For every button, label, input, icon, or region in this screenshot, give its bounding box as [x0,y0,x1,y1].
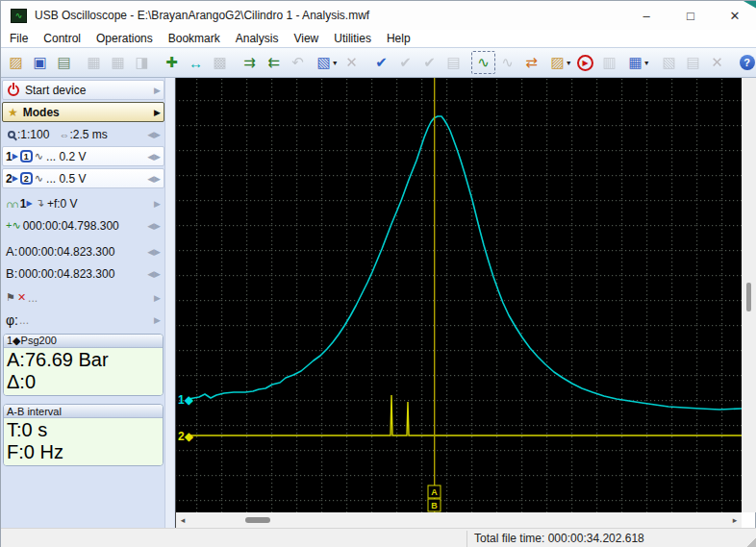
scroll-right-arrow[interactable]: ▸ [728,515,742,525]
row-arrow-icon[interactable]: ▶ [154,108,161,117]
dropdown-arrow-icon[interactable]: ▼ [566,60,572,66]
report-notes-button: ▤ [441,51,466,74]
menu-utilities[interactable]: Utilities [326,32,379,45]
phase-label: φ: [6,312,18,328]
vertical-scrollbar[interactable] [742,78,756,512]
sidebar-scroll-strip[interactable] [164,78,174,528]
scroll-left-arrow[interactable]: ◂ [176,515,189,525]
timebase-icon: ⇔ [59,129,69,140]
channel2-marker[interactable]: 2◆ [178,430,194,443]
trigger-row[interactable]: ∩∩ 1 ▶ ↴ +f:0 V ▶ [2,193,164,213]
cursor-b-row[interactable]: B: 000:00:04.823.300 ◀▶ [2,263,164,284]
phase-value[interactable]: ... [19,313,29,327]
open-file-button[interactable]: ▨ [4,51,28,74]
row-arrows-lr-icon[interactable]: ◀▶ [147,269,161,279]
row-arrows-lr-icon[interactable]: ◀▶ [147,152,161,162]
ch2-play-icon: ▶ [13,174,18,183]
ab-interval-freq: F:0 Hz [7,441,160,463]
row-arrows-lr-icon[interactable]: ◀▶ [147,130,161,139]
help-button[interactable]: ? [735,51,756,74]
ch2-range-value[interactable]: ... 0.5 V [46,172,86,186]
fit-cursors-button[interactable]: ⇄ [519,51,543,74]
menu-bookmark[interactable]: Bookmark [161,32,228,45]
record-time-row[interactable]: +∿ 000:00:04.798.300 ◀▶ [2,215,164,236]
flag-icon: ⚑ [6,291,15,304]
view-mode-button[interactable]: ▧▼ [315,51,340,74]
channel1-row[interactable]: 1 ▶ 1 ∿ ... 0.2 V ◀▶ [2,146,164,166]
time-cursor-line[interactable] [434,78,435,512]
maximize-button[interactable]: □ [668,1,713,30]
fit-horizontal-button[interactable]: ↔ [184,51,208,74]
shrink-signals-button[interactable]: ⇇ [262,51,286,74]
zoom-ratio-value[interactable]: :1:100 [17,128,49,141]
cursor-a-value[interactable]: 000:00:04.823.300 [18,245,114,259]
panel-header[interactable]: 1◆Psg200 [4,335,163,348]
row-arrow-icon[interactable]: ▶ [154,86,161,95]
open-extra-icon: ▨ [550,54,564,71]
row-arrows-lr-icon[interactable]: ◀▶ [147,221,161,231]
start-record-button[interactable]: ▶ [573,51,597,74]
menu-analysis[interactable]: Analysis [228,32,287,45]
dropdown-arrow-icon[interactable]: ▼ [643,60,650,66]
close-button[interactable]: ✕ [713,1,756,30]
cursor-b-flag[interactable]: B [428,499,441,511]
vertical-scrollbar-thumb[interactable] [746,283,751,311]
waveform-plot[interactable]: 1◆ 2◆ A B [176,78,742,512]
modes-row[interactable]: ★ Modes ▶ [2,102,164,122]
power-icon [8,85,19,96]
ch1-range-value[interactable]: ... 0.2 V [46,150,86,163]
cursor-a-row[interactable]: A: 000:00:04.823.300 ◀▶ [2,241,164,261]
horizontal-scrollbar-thumb[interactable] [245,517,270,523]
chart-select-button[interactable]: ∿ [471,51,495,74]
print-button[interactable]: ▤ [52,51,76,74]
ab-interval-time: T:0 s [7,419,160,441]
zoom-timebase-row[interactable]: :1:100 ⇔ :2.5 ms ◀▶ [2,124,164,144]
apply-check-button[interactable]: ✔ [369,51,393,74]
stretch-signals-button[interactable]: ⇉ [238,51,262,74]
panel-header[interactable]: A-B interval [4,405,163,418]
minimize-button[interactable]: – [624,1,668,30]
menu-control[interactable]: Control [36,32,88,45]
start-device-row[interactable]: Start device ▶ [2,80,164,100]
marks-row[interactable]: ⚑ ✕ ... ▶ [2,287,164,308]
undo-button: ↶ [286,51,310,74]
record-time-value[interactable]: 000:00:04.798.300 [23,219,119,233]
marks-value[interactable]: ... [28,291,38,305]
window-title: USB Oscilloscope - E:\BrayanArangoG2\Cil… [35,9,369,22]
view-mode-icon: ▧ [316,54,330,71]
fit-cursors-icon: ⇄ [525,54,538,71]
probe-setup-button[interactable]: ✚ [160,51,184,74]
app-icon: ∿ [11,9,27,23]
play-icon: ▶ [582,59,588,67]
cursor-a-flag[interactable]: A [428,485,441,498]
help-icon: ? [740,55,755,70]
row-arrow-icon[interactable]: ▶ [154,293,161,303]
row-arrows-lr-icon[interactable]: ◀▶ [147,247,161,257]
open-file-icon: ▨ [9,54,22,71]
trigger-level-value[interactable]: +f:0 V [47,197,78,211]
resize-grip[interactable] [745,536,756,547]
status-bar: Total file time: 000:00:34.202.618 [1,528,756,547]
channel2-row[interactable]: 2 ▶ 2 ∿ ... 0.5 V ◀▶ [2,168,164,188]
phase-row[interactable]: φ: ... ▶ [2,310,164,330]
save-button[interactable]: ▣ [28,51,52,74]
copy-signal-button: ▦ [82,51,106,74]
cursor-b-value[interactable]: 000:00:04.823.300 [18,267,114,281]
cursor-a-label: A: [6,244,17,259]
dropdown-arrow-icon[interactable]: ▼ [332,60,339,66]
open-extra-button[interactable]: ▨▼ [549,51,573,74]
toolbar: ▨ ▣ ▤ ▦ ▦ ◨ ✚ ↔ ▩ ⇉ ⇇ ↶ ▧▼ ✕ ✔ ✔ [1,47,756,78]
channel1-marker[interactable]: 1◆ [178,393,194,407]
timebase-value[interactable]: :2.5 ms [69,128,107,141]
trigger-channel: 1 [20,197,27,211]
delete-disabled-icon: ✕ [711,54,723,71]
menu-help[interactable]: Help [379,32,418,45]
menu-operations[interactable]: Operations [88,32,161,45]
measure-panel-button[interactable]: ▦▼ [627,51,651,74]
row-arrows-lr-icon[interactable]: ◀▶ [147,174,161,184]
menu-view[interactable]: View [286,32,326,45]
menu-file[interactable]: File [1,32,36,45]
row-arrow-icon[interactable]: ▶ [154,199,161,209]
row-arrow-icon[interactable]: ▶ [154,315,161,325]
horizontal-scrollbar[interactable]: ◂ ▸ [176,512,742,528]
